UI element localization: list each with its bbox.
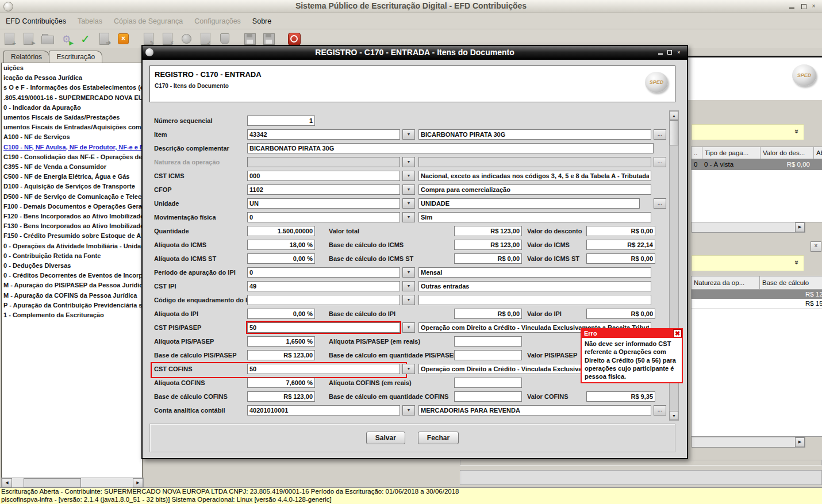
cfop-desc-input[interactable]	[418, 184, 651, 195]
open-folder-icon[interactable]	[40, 31, 55, 47]
menu-sobre[interactable]: Sobre	[247, 17, 277, 25]
valor-icms-input[interactable]	[586, 240, 655, 250]
scroll-down-icon[interactable]: ▼	[670, 411, 678, 420]
sidebar-item[interactable]: F100 - Demais Documentos e Operações Ger…	[2, 202, 142, 211]
search-record-icon[interactable]	[179, 31, 194, 47]
sidebar-item[interactable]: D100 - Aquisição de Serviços de Transpor…	[2, 182, 142, 191]
valor-icms-st-input[interactable]	[586, 253, 655, 264]
table-row[interactable]: R$ 123	[692, 290, 822, 299]
item-code-input[interactable]	[247, 129, 400, 140]
column-header[interactable]: Tipo de paga...	[702, 147, 760, 159]
column-header[interactable]: Base de cálculo	[760, 276, 822, 289]
cfop-input[interactable]	[247, 184, 400, 195]
aliquota-cofins-reais-input[interactable]	[454, 378, 522, 388]
dropdown-arrow-icon[interactable]: ▼	[402, 267, 415, 278]
shield-icon[interactable]	[217, 31, 232, 47]
menu-tabelas[interactable]: Tabelas	[72, 17, 108, 25]
menu-configuracoes[interactable]: Configurações	[189, 17, 247, 25]
dropdown-arrow-icon[interactable]: ▼	[402, 184, 415, 195]
aliquota-pis-pasep-reais-input[interactable]	[454, 336, 522, 347]
dialog-minimize-icon[interactable]	[657, 49, 664, 56]
dropdown-arrow-icon[interactable]: ▼	[402, 198, 415, 209]
scroll-right-icon[interactable]: ▶	[795, 222, 805, 232]
descricao-complementar-input[interactable]	[247, 143, 654, 153]
numero-sequencial-input[interactable]	[247, 116, 315, 126]
valor-desconto-input[interactable]	[586, 226, 655, 236]
dropdown-arrow-icon[interactable]: ▼	[402, 171, 415, 181]
sidebar-item[interactable]: 0 - Créditos Decorrentes de Eventos de I…	[2, 271, 142, 280]
menu-copias-de-seguranca[interactable]: Cópias de Segurança	[108, 17, 189, 25]
ops-hscrollbar[interactable]: ▶	[692, 437, 805, 448]
error-close-icon[interactable]: ✖	[673, 329, 682, 337]
scroll-up-icon[interactable]: ▲	[670, 111, 678, 120]
aliquota-pis-pasep-input[interactable]	[247, 336, 315, 347]
column-header[interactable]: Ab	[814, 147, 822, 159]
sidebar-hscrollbar[interactable]: ◀ ▶	[1, 478, 144, 488]
unidade-input[interactable]	[247, 198, 400, 209]
conta-lookup-button[interactable]: ...	[654, 405, 666, 415]
save-icon[interactable]	[242, 31, 258, 47]
dropdown-arrow-icon[interactable]: ▼	[402, 364, 415, 374]
scrollbar-thumb[interactable]	[670, 120, 678, 145]
sidebar-item[interactable]: C100 - NF, NF Avulsa, NF de Produtor, NF…	[2, 143, 142, 152]
panel-close-icon[interactable]: ×	[811, 241, 821, 252]
valor-total-input[interactable]	[454, 226, 522, 236]
table-row[interactable]: 0 0 - À vista R$ 0,00	[692, 159, 822, 170]
cst-ipi-desc-input[interactable]	[418, 281, 651, 291]
sidebar-item[interactable]: F130 - Bens Incorporados ao Ativo Imobil…	[2, 221, 142, 231]
sidebar-item[interactable]: F150 - Crédito Presumido sobre Estoque d…	[2, 231, 142, 241]
sidebar-item[interactable]: 0 - Contribuição Retida na Fonte	[2, 251, 142, 261]
sidebar-item[interactable]: D500 - NF de Serviço de Comunicação e Te…	[2, 192, 142, 202]
periodo-apuracao-ipi-desc-input[interactable]	[418, 267, 651, 278]
dropdown-arrow-icon[interactable]: ▼	[402, 212, 415, 222]
open-record-icon[interactable]: ▸	[21, 31, 36, 47]
sidebar-item[interactable]: C190 - Consolidação das NF-E - Operações…	[2, 152, 142, 162]
column-header[interactable]: ..	[692, 147, 702, 159]
quantidade-input[interactable]	[247, 226, 315, 236]
sidebar-item[interactable]: uições	[2, 63, 142, 73]
unidade-desc-input[interactable]	[418, 198, 640, 209]
periodo-apuracao-ipi-input[interactable]	[247, 267, 400, 278]
sidebar-item[interactable]: C395 - NF de Venda a Consumidor	[2, 162, 142, 172]
aliquota-icms-st-input[interactable]	[247, 253, 315, 264]
sidebar-item[interactable]: M - Apuração do PIS/PASEP da Pessoa Jurí…	[2, 280, 142, 290]
cst-cofins-input[interactable]	[247, 364, 400, 374]
sidebar-item[interactable]: umentos Fiscais de Entradas/Aquisições c…	[2, 122, 142, 132]
ops-collapse-bar[interactable]: »	[692, 255, 804, 271]
item-lookup-button[interactable]: ...	[654, 129, 666, 140]
sidebar-item[interactable]: P - Apuração da Contribuição Previdenciá…	[2, 301, 142, 310]
sidebar-item[interactable]: A100 - NF de Serviços	[2, 132, 142, 142]
confirm-record-icon[interactable]: ✓	[198, 31, 213, 47]
table-row[interactable]: R$ 158	[692, 299, 822, 309]
cst-icms-desc-input[interactable]	[418, 171, 651, 181]
sidebar-item[interactable]: umentos Fiscais de Saídas/Prestações	[2, 113, 142, 122]
conta-analitica-input[interactable]	[247, 405, 400, 415]
sidebar-item[interactable]: C500 - NF de Energia Elétrica, Água e Gá…	[2, 172, 142, 182]
valor-cofins-input[interactable]	[586, 391, 655, 402]
sidebar-item[interactable]: s O e F - Informações dos Estabeleciment…	[2, 83, 142, 93]
dropdown-arrow-icon[interactable]: ▼	[402, 405, 415, 415]
save-button[interactable]: Salvar	[366, 432, 405, 444]
dropdown-arrow-icon[interactable]: ▼	[402, 129, 415, 140]
collapse-chevron-icon[interactable]: »	[793, 260, 801, 264]
delete-record-icon[interactable]: ×	[160, 31, 175, 47]
close-button[interactable]: Fechar	[418, 432, 459, 444]
sidebar-item[interactable]: 1 - Complemento da Escrituração	[2, 310, 142, 320]
item-desc-input[interactable]	[418, 129, 651, 140]
base-calculo-pis-pasep-input[interactable]	[247, 350, 315, 360]
dropdown-arrow-icon[interactable]: ▼	[402, 295, 415, 305]
base-calculo-icms-st-input[interactable]	[454, 253, 522, 264]
exit-icon[interactable]	[286, 31, 302, 47]
new-record-icon[interactable]: +	[2, 31, 17, 47]
base-calculo-icms-input[interactable]	[454, 240, 522, 250]
movimentacao-fisica-desc-input[interactable]	[418, 212, 651, 222]
close-icon[interactable]: ×	[810, 3, 817, 10]
base-calculo-ipi-input[interactable]	[454, 309, 522, 319]
codigo-enquadramento-ipi-desc-input[interactable]	[418, 295, 651, 305]
check-icon[interactable]: ✓	[78, 31, 93, 47]
unidade-lookup-button[interactable]: ...	[654, 198, 666, 209]
dropdown-arrow-icon[interactable]: ▼	[402, 281, 415, 291]
scroll-right-icon[interactable]: ▶	[133, 478, 143, 487]
sidebar-item[interactable]: F120 - Bens Incorporados ao Ativo Imobil…	[2, 211, 142, 221]
cst-icms-input[interactable]	[247, 171, 400, 181]
